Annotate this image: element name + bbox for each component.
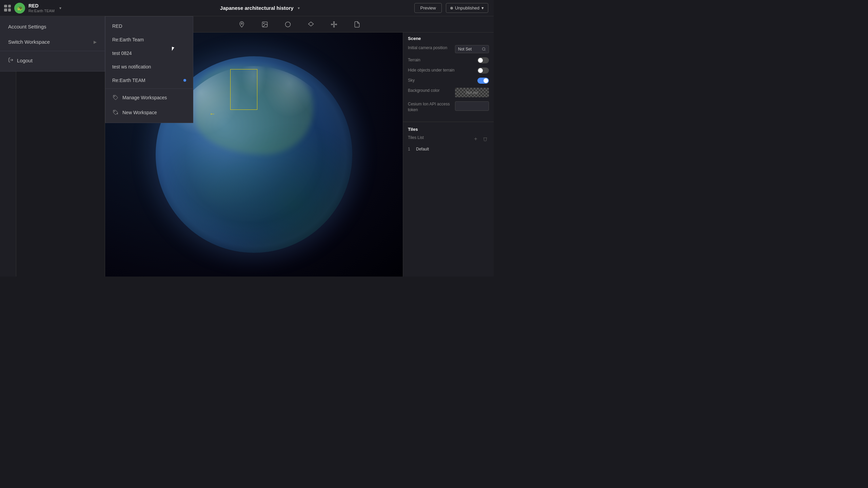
tiles-list-label: Tiles List [408,135,424,140]
terrain-toggle[interactable] [477,57,489,63]
tiles-delete-btn[interactable] [481,135,489,143]
selection-arrow: ← [209,110,215,118]
new-workspace-label: New Workspace [122,110,157,115]
logout-label: Logout [17,58,33,63]
scene-section: Scene Initial camera position Not Set Te… [403,31,494,122]
tile-item-default[interactable]: 1 Default [408,145,489,153]
tiles-header: Tiles [408,127,489,132]
preview-button[interactable]: Preview [414,3,441,13]
circle-icon[interactable] [282,19,293,30]
location-pin-icon[interactable] [236,19,247,30]
ws-red-item[interactable]: RED [105,19,193,33]
hide-objects-row: Hide objects under terrain [408,67,489,74]
svg-point-6 [336,24,337,25]
sky-label: Sky [408,78,475,83]
svg-point-2 [263,23,264,24]
svg-point-7 [333,21,334,22]
unpublished-label: Unpublished [455,5,479,11]
terrain-label: Terrain [408,57,475,63]
topbar-left: 🐢 RED Re:Earth TEAM ▾ [0,3,105,14]
bg-color-swatch[interactable]: Not set [455,88,489,97]
unpublished-button[interactable]: Unpublished ▾ [446,3,488,13]
brand-name: RED [28,3,55,9]
svg-point-30 [482,48,485,50]
cesium-row: Cesium Ion API access token [408,101,489,113]
bg-color-row: Background color Not set [408,88,489,97]
project-dropdown-chevron[interactable]: ▾ [298,6,300,11]
menu-divider [0,51,105,51]
workspace-divider [105,88,193,89]
logout-icon [8,57,14,64]
terrain-row: Terrain [408,57,489,63]
sky-toggle[interactable] [477,78,489,84]
svg-point-34 [114,111,115,112]
switch-workspace-item[interactable]: Switch Workspace ▶ [0,34,105,49]
unpublished-chevron: ▾ [481,5,484,11]
apps-icon[interactable] [4,5,11,12]
ws-test-notification-item[interactable]: test ws notification [105,60,193,74]
unpublished-dot [450,7,453,9]
svg-point-8 [333,26,334,27]
topbar-center: Japanese architectural history ▾ [105,5,414,11]
ws-reearth-team-label: Re:Earth Team [112,37,144,42]
brand-dropdown-chevron[interactable]: ▾ [59,6,61,11]
new-workspace-action[interactable]: New Workspace [105,105,193,120]
new-workspace-icon [112,109,119,116]
account-menu: Account Settings Switch Workspace ▶ Logo… [0,16,105,72]
tiles-title: Tiles [408,127,418,132]
ws-red-label: RED [112,23,122,29]
cesium-token-input[interactable] [455,101,489,111]
tiles-section: Tiles Tiles List + 1 Default [403,122,494,158]
ws-reearth-team-2-label: Re:Earth TEAM [112,78,145,83]
manage-workspaces-icon [112,94,119,101]
ws-test-0824-item[interactable]: test 0824 [105,46,193,60]
topbar-brand[interactable]: RED Re:Earth TEAM [28,3,55,13]
svg-point-5 [331,24,332,25]
svg-point-4 [333,23,335,25]
avatar[interactable]: 🐢 [14,3,25,14]
svg-point-33 [114,96,115,97]
document-icon[interactable] [352,19,362,30]
tile-name: Default [416,147,429,151]
sky-row: Sky [408,78,489,84]
camera-label: Initial camera position [408,45,452,51]
shape-icon[interactable] [305,19,316,30]
ws-test-0824-label: test 0824 [112,50,132,56]
ws-active-dot [183,79,186,82]
camera-value: Not Set [458,47,472,52]
ws-reearth-team-item[interactable]: Re:Earth Team [105,33,193,46]
cluster-icon[interactable] [329,19,339,30]
image-icon[interactable] [259,19,270,30]
brand-team: Re:Earth TEAM [28,9,55,13]
camera-row: Initial camera position Not Set [408,45,489,53]
hide-objects-label: Hide objects under terrain [408,67,475,73]
switch-workspace-label: Switch Workspace [8,39,50,45]
switch-workspace-chevron: ▶ [94,40,97,44]
logout-item[interactable]: Logout [0,53,105,68]
hide-objects-toggle[interactable] [477,67,489,74]
tile-number: 1 [408,147,413,151]
bg-color-value: Not set [466,90,478,95]
topbar-right: Preview Unpublished ▾ [414,3,494,13]
tiles-add-btn[interactable]: + [472,135,479,143]
svg-point-3 [285,22,291,27]
account-settings-item[interactable]: Account Settings [0,19,105,34]
manage-workspaces-label: Manage Workspaces [122,95,167,100]
camera-input[interactable]: Not Set [455,45,489,53]
right-panel: Scene Scene Initial camera position Not … [403,16,494,277]
bg-color-label: Background color [408,88,452,94]
manage-workspaces-action[interactable]: Manage Workspaces [105,90,193,105]
svg-point-0 [241,23,242,24]
scene-section-title: Scene [408,36,489,41]
ws-test-notification-label: test ws notification [112,64,151,69]
ws-reearth-team-2-item[interactable]: Re:Earth TEAM [105,74,193,87]
project-title[interactable]: Japanese architectural history [220,5,294,11]
cesium-label: Cesium Ion API access token [408,101,452,113]
svg-line-31 [485,50,485,50]
topbar: 🐢 RED Re:Earth TEAM ▾ Japanese architect… [0,0,494,16]
workspace-submenu: RED Re:Earth Team test 0824 test ws noti… [105,16,193,123]
account-settings-label: Account Settings [8,24,46,29]
